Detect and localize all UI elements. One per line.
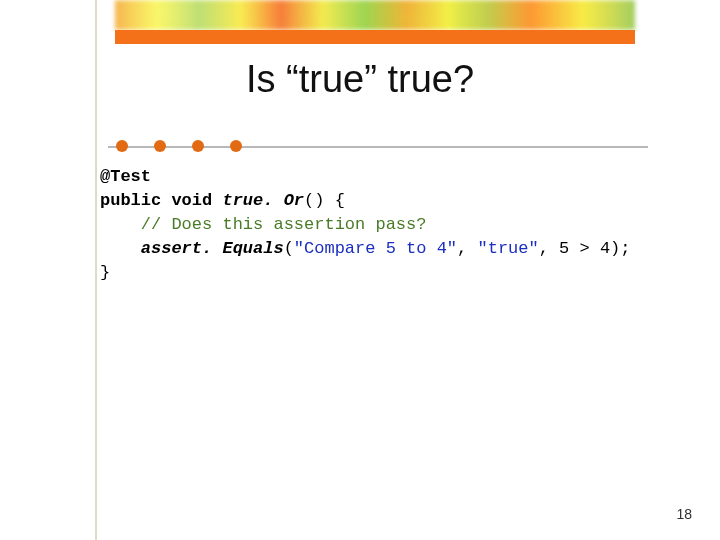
orange-accent-bar — [115, 30, 635, 44]
bullet-dot — [116, 140, 128, 152]
code-comma: , — [457, 239, 477, 258]
decorative-top-strip — [115, 0, 635, 30]
code-signature-tail: () { — [304, 191, 345, 210]
bullet-rule — [108, 146, 648, 148]
slide: Is “true” true? @Test public void true. … — [0, 0, 720, 540]
bullet-dot — [230, 140, 242, 152]
code-keyword-void: void — [171, 191, 212, 210]
code-string-1: "Compare 5 to 4" — [294, 239, 457, 258]
slide-title: Is “true” true? — [0, 58, 720, 101]
code-keyword-public: public — [100, 191, 161, 210]
code-method-name: true. Or — [222, 191, 304, 210]
code-block: @Test public void true. Or() { // Does t… — [100, 165, 631, 285]
code-tail: , 5 > 4); — [539, 239, 631, 258]
code-call-name: assert. Equals — [141, 239, 284, 258]
code-close-brace: } — [100, 263, 110, 282]
bullet-dot — [154, 140, 166, 152]
code-annotation: @Test — [100, 167, 151, 186]
code-comment: // Does this assertion pass? — [141, 215, 427, 234]
code-string-2: "true" — [477, 239, 538, 258]
bullet-dot — [192, 140, 204, 152]
page-number: 18 — [676, 506, 692, 522]
